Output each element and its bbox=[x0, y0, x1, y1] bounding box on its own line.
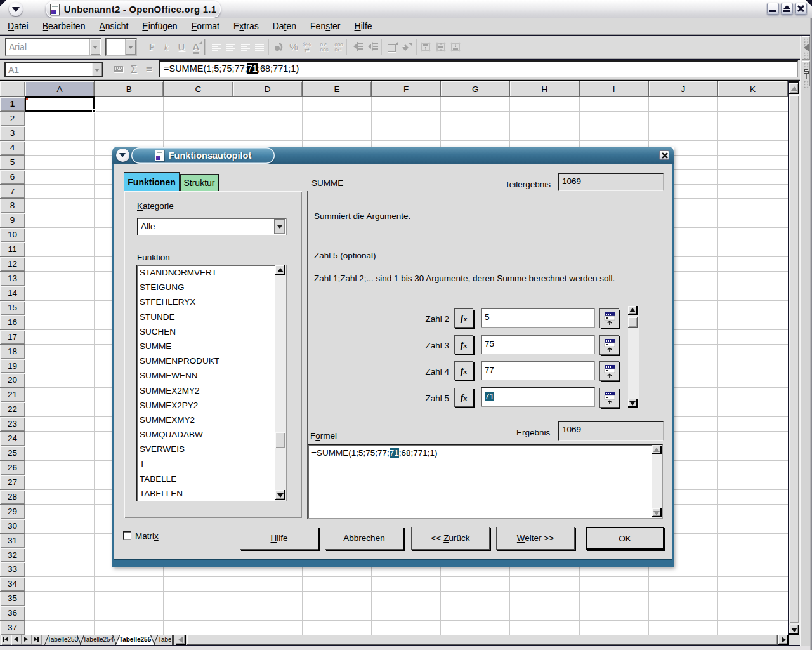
arg-input-3[interactable]: 75 bbox=[481, 335, 595, 354]
row-header-22[interactable]: 22 bbox=[0, 402, 25, 417]
row-header-6[interactable]: 6 bbox=[0, 170, 25, 185]
background-color-button[interactable] bbox=[399, 39, 414, 55]
scroll-right-button[interactable] bbox=[778, 635, 789, 645]
tab-funktionen[interactable]: Funktionen bbox=[124, 172, 180, 191]
list-scroll-up-button[interactable] bbox=[275, 265, 285, 275]
row-header-5[interactable]: 5 bbox=[0, 156, 25, 170]
formula-input[interactable]: =SUMME(1;5;75;77;71;68;771;1) bbox=[159, 60, 798, 77]
function-item-t[interactable]: T bbox=[137, 456, 286, 471]
column-header-D[interactable]: D bbox=[233, 81, 303, 97]
arg-input-4[interactable]: 77 bbox=[481, 361, 595, 380]
row-header-7[interactable]: 7 bbox=[0, 185, 25, 199]
row-header-4[interactable]: 4 bbox=[0, 141, 25, 156]
formel-scroll-up-button[interactable] bbox=[652, 446, 662, 454]
formel-box[interactable]: =SUMME(1;5;75;77;71;68;771;1) bbox=[308, 444, 663, 519]
row-header-33[interactable]: 33 bbox=[0, 562, 25, 577]
shrink-button-3[interactable] bbox=[599, 335, 619, 355]
function-item-stfehleryx[interactable]: STFEHLERYX bbox=[137, 295, 286, 309]
number-format-button[interactable]: $%⇄ bbox=[299, 39, 315, 55]
decrease-indent-button[interactable] bbox=[351, 39, 366, 55]
font-name-dropdown-icon[interactable] bbox=[89, 39, 100, 55]
shrink-button-4[interactable] bbox=[599, 361, 619, 381]
row-header-3[interactable]: 3 bbox=[0, 126, 25, 141]
scroll-left-button[interactable] bbox=[176, 635, 186, 645]
align-center-button[interactable] bbox=[223, 39, 238, 55]
row-header-30[interactable]: 30 bbox=[0, 519, 25, 534]
dialog-menu-button[interactable] bbox=[116, 149, 129, 162]
zurck-button[interactable]: << Zurück bbox=[411, 527, 490, 550]
row-header-11[interactable]: 11 bbox=[0, 242, 25, 257]
vertical-scrollbar[interactable] bbox=[789, 81, 800, 635]
menu-bearbeiten[interactable]: Bearbeiten bbox=[36, 18, 93, 34]
menu-hilfe[interactable]: Hilfe bbox=[348, 18, 379, 34]
maximize-button[interactable] bbox=[781, 3, 793, 15]
function-item-stunde[interactable]: STUNDE bbox=[137, 310, 286, 324]
vertical-split-handle[interactable] bbox=[789, 80, 799, 83]
function-item-summe[interactable]: SUMME bbox=[137, 339, 286, 354]
function-item-sumquadabw[interactable]: SUMQUADABW bbox=[137, 427, 286, 442]
function-item-sverweis[interactable]: SVERWEIS bbox=[137, 442, 286, 456]
next-sheet-button[interactable] bbox=[22, 635, 32, 645]
row-header-13[interactable]: 13 bbox=[0, 272, 25, 286]
row-header-12[interactable]: 12 bbox=[0, 257, 25, 272]
last-sheet-button[interactable] bbox=[32, 635, 42, 645]
shrink-button-2[interactable] bbox=[599, 308, 619, 328]
kategorie-dropdown-icon[interactable] bbox=[274, 219, 285, 234]
window-menu-button[interactable] bbox=[9, 2, 23, 16]
args-scrollbar-thumb[interactable] bbox=[628, 317, 638, 328]
args-scroll-up-button[interactable] bbox=[628, 306, 638, 315]
menu-format[interactable]: Format bbox=[185, 18, 226, 34]
sheet-tab-tabelle253[interactable]: Tabelle253 bbox=[44, 635, 81, 645]
select-all-corner[interactable] bbox=[0, 81, 25, 97]
list-scrollbar-thumb[interactable] bbox=[275, 432, 285, 448]
row-header-1[interactable]: 1 bbox=[0, 97, 25, 112]
align-top-button[interactable] bbox=[418, 39, 433, 55]
align-vcenter-button[interactable] bbox=[433, 39, 449, 55]
bold-button[interactable]: F bbox=[144, 39, 159, 55]
row-header-25[interactable]: 25 bbox=[0, 446, 25, 461]
column-header-F[interactable]: F bbox=[372, 81, 441, 97]
row-header-19[interactable]: 19 bbox=[0, 359, 25, 374]
column-header-K[interactable]: K bbox=[718, 81, 788, 97]
menu-daten[interactable]: Daten bbox=[266, 18, 303, 34]
function-list-scrollbar[interactable] bbox=[275, 265, 286, 501]
align-justify-button[interactable] bbox=[251, 39, 266, 55]
row-header-26[interactable]: 26 bbox=[0, 461, 25, 475]
font-size-combo[interactable] bbox=[105, 38, 137, 56]
row-header-17[interactable]: 17 bbox=[0, 330, 25, 345]
horizontal-scrollbar-thumb[interactable] bbox=[187, 635, 778, 645]
row-header-31[interactable]: 31 bbox=[0, 534, 25, 548]
font-size-dropdown-icon[interactable] bbox=[125, 39, 136, 55]
row-header-9[interactable]: 9 bbox=[0, 213, 25, 228]
function-item-tabelle[interactable]: TABELLE bbox=[137, 472, 286, 486]
row-header-27[interactable]: 27 bbox=[0, 475, 25, 490]
formel-scroll-down-button[interactable] bbox=[652, 508, 662, 517]
row-header-16[interactable]: 16 bbox=[0, 315, 25, 330]
row-header-29[interactable]: 29 bbox=[0, 505, 25, 519]
fill-handle[interactable] bbox=[92, 109, 96, 113]
align-left-button[interactable] bbox=[208, 39, 223, 55]
column-header-A[interactable]: A bbox=[25, 81, 95, 97]
remove-decimal-button[interactable]: .0000↩ bbox=[331, 39, 346, 55]
menu-datei[interactable]: Datei bbox=[1, 18, 36, 34]
vertical-scrollbar-thumb[interactable] bbox=[789, 95, 799, 623]
arg-input-5[interactable]: 71 bbox=[481, 387, 595, 407]
font-name-combo[interactable]: Arial bbox=[5, 38, 102, 56]
increase-indent-button[interactable] bbox=[365, 39, 381, 55]
function-button[interactable]: = bbox=[142, 63, 156, 77]
minimize-button[interactable] bbox=[767, 3, 779, 15]
function-item-suchen[interactable]: SUCHEN bbox=[137, 324, 286, 339]
hilfe-button[interactable]: Hilfe bbox=[240, 527, 318, 550]
sum-button[interactable]: Σ bbox=[127, 63, 141, 77]
menu-extras[interactable]: Extras bbox=[226, 18, 266, 34]
align-right-button[interactable] bbox=[237, 39, 252, 55]
row-header-21[interactable]: 21 bbox=[0, 388, 25, 402]
row-header-18[interactable]: 18 bbox=[0, 345, 25, 359]
dialog-titlebar[interactable]: Funktionsautopilot bbox=[112, 147, 674, 164]
sheet-tab-tabelle254[interactable]: Tabelle254 bbox=[80, 635, 117, 645]
function-item-summexmy2[interactable]: SUMMEXMY2 bbox=[137, 413, 286, 427]
tab-scrollbar-splitter[interactable] bbox=[172, 635, 174, 645]
row-header-14[interactable]: 14 bbox=[0, 286, 25, 301]
underline-button[interactable]: U bbox=[174, 39, 189, 55]
arguments-scrollbar[interactable] bbox=[628, 306, 639, 408]
